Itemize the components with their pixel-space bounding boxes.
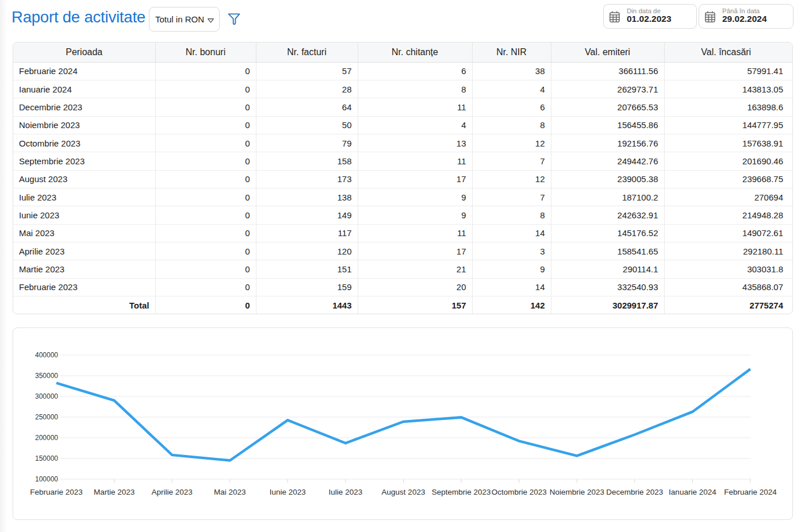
svg-text:Mai 2023: Mai 2023 bbox=[214, 488, 246, 496]
svg-text:Iunie 2023: Iunie 2023 bbox=[270, 488, 306, 496]
svg-text:Decembrie 2023: Decembrie 2023 bbox=[606, 488, 663, 496]
svg-text:100000: 100000 bbox=[35, 475, 58, 483]
svg-text:400000: 400000 bbox=[35, 351, 58, 359]
svg-text:250000: 250000 bbox=[35, 413, 58, 421]
svg-text:Iulie 2023: Iulie 2023 bbox=[329, 488, 363, 496]
svg-text:Octombrie 2023: Octombrie 2023 bbox=[492, 488, 547, 496]
svg-text:Ianuarie 2024: Ianuarie 2024 bbox=[669, 488, 716, 496]
svg-text:Noiembrie 2023: Noiembrie 2023 bbox=[550, 488, 604, 496]
svg-text:300000: 300000 bbox=[35, 392, 58, 400]
svg-text:350000: 350000 bbox=[35, 372, 58, 380]
svg-text:Aprilie 2023: Aprilie 2023 bbox=[152, 488, 193, 496]
svg-text:August 2023: August 2023 bbox=[382, 488, 425, 496]
svg-text:Septembrie 2023: Septembrie 2023 bbox=[432, 488, 491, 496]
svg-text:150000: 150000 bbox=[35, 454, 58, 462]
svg-text:Martie 2023: Martie 2023 bbox=[94, 488, 135, 496]
svg-text:200000: 200000 bbox=[35, 434, 58, 442]
svg-text:Februarie 2023: Februarie 2023 bbox=[30, 488, 83, 496]
svg-text:Februarie 2024: Februarie 2024 bbox=[724, 488, 777, 496]
